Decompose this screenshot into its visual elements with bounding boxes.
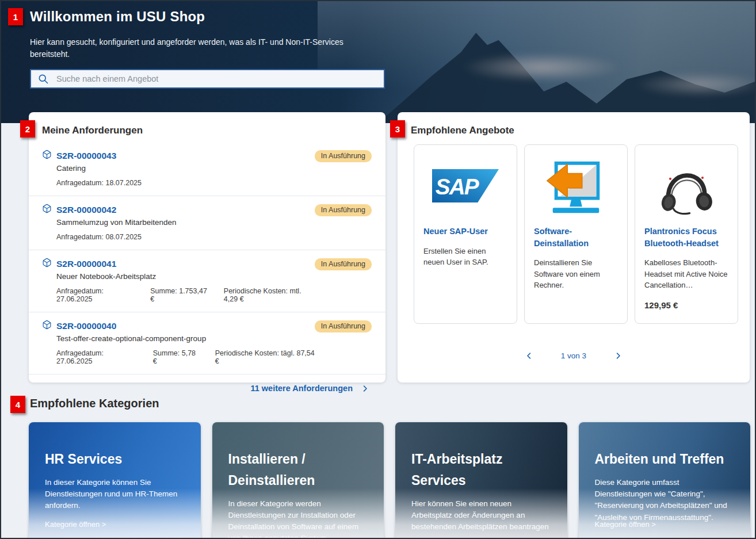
request-sum: Summe: 5,78 € — [153, 349, 199, 365]
search-bar — [30, 69, 385, 89]
recommended-offers-title: Empfohlene Angebote — [411, 125, 736, 136]
request-date: Anfragedatum: 27.06.2025 — [56, 349, 137, 365]
page-title: Willkommen im USU Shop — [30, 9, 755, 25]
status-badge: In Ausführung — [315, 150, 372, 162]
recommended-categories-title: Empfohlene Kategorien — [30, 397, 755, 410]
category-description: Diese Kategorie umfasst Dienstleistungen… — [595, 477, 735, 523]
chevron-right-icon[interactable] — [361, 384, 369, 393]
status-badge: In Ausführung — [315, 204, 372, 216]
more-requests-link[interactable]: 11 weitere Anforderungen — [250, 384, 353, 393]
offer-description: Deinstallieren Sie Software von einem Re… — [534, 257, 618, 291]
offer-card-headset[interactable]: Plantronics Focus Bluetooth-Headset Kabe… — [635, 144, 738, 324]
hero-banner: Willkommen im USU Shop Hier kann gesucht… — [1, 1, 755, 123]
offer-description: Erstellen Sie einen neuen User in SAP. — [423, 246, 507, 268]
recommended-offers-panel: Empfohlene Angebote SAP Neuer SAP-User — [398, 112, 750, 383]
uninstall-monitor-icon — [534, 155, 618, 216]
search-input[interactable] — [30, 69, 385, 89]
annotation-marker-3: 3 — [390, 120, 405, 137]
request-list: S2R-00000043 Catering Anfragedatum: 18.0… — [29, 142, 385, 374]
request-periodic-cost: Periodische Kosten: tägl. 87,54 € — [215, 349, 315, 365]
category-grid: HR Services In dieser Kategorie können S… — [29, 422, 750, 539]
offer-card-software-uninstall[interactable]: Software-Deinstallation Deinstallieren S… — [524, 144, 628, 324]
request-row: S2R-00000042 Sammelumzug von Mitarbeiten… — [29, 196, 385, 250]
request-name: Sammelumzug von Mitarbeitenden — [56, 218, 177, 227]
category-description: In dieser Kategorie werden Dienstleistun… — [228, 498, 368, 539]
request-row: S2R-00000041 Neuer Notebook-Arbeitsplatz… — [29, 250, 385, 312]
request-date: Anfragedatum: 18.07.2025 — [56, 179, 142, 187]
annotation-marker-1: 1 — [8, 8, 23, 25]
svg-text:SAP: SAP — [436, 174, 479, 199]
request-periodic-cost: Periodische Kosten: mtl. 4,29 € — [224, 287, 315, 303]
request-name: Catering — [56, 164, 142, 173]
package-icon — [42, 204, 52, 216]
open-category-link[interactable]: Kategorie öffnen > — [45, 520, 106, 529]
category-card-work-and-meet[interactable]: Arbeiten und Treffen Diese Kategorie umf… — [579, 422, 751, 539]
request-id-link[interactable]: S2R-00000043 — [56, 151, 116, 161]
offers-pagination: 1 von 3 — [398, 350, 750, 361]
chevron-right-icon — [614, 353, 623, 362]
offer-card-sap-user[interactable]: SAP Neuer SAP-User Erstellen Sie einen n… — [414, 144, 517, 324]
my-requests-panel: Meine Anforderungen S2R-00000043 Caterin… — [29, 112, 385, 383]
chevron-left-icon — [525, 353, 533, 362]
annotation-marker-4: 4 — [10, 396, 25, 413]
my-requests-title: Meine Anforderungen — [42, 125, 372, 136]
package-icon — [42, 258, 52, 270]
request-name: Test-offer-create-optional-component-gro… — [56, 334, 315, 343]
annotation-marker-2: 2 — [20, 120, 35, 137]
status-badge: In Ausführung — [315, 258, 372, 270]
requests-footer: 11 weitere Anforderungen — [29, 374, 385, 393]
request-row: S2R-00000040 Test-offer-create-optional-… — [29, 312, 385, 374]
sap-logo: SAP — [423, 155, 507, 216]
page-subtitle: Hier kann gesucht, konfiguriert und ange… — [30, 36, 366, 60]
category-title: HR Services — [45, 449, 185, 470]
pagination-prev-button[interactable] — [524, 350, 534, 361]
category-card-it-workplace[interactable]: IT-Arbeitsplatz Services Hier können Sie… — [395, 422, 567, 539]
request-sum: Summe: 1.753,47 € — [150, 287, 208, 303]
request-id-link[interactable]: S2R-00000040 — [56, 321, 116, 331]
offer-description: Kabelloses Bluetooth-Headset mit Active … — [644, 257, 728, 291]
request-name: Neuer Notebook-Arbeitsplatz — [56, 272, 315, 281]
headset-image — [644, 155, 728, 216]
category-description: Hier können Sie einen neuen Arbeitsplatz… — [411, 498, 551, 533]
status-badge: In Ausführung — [315, 320, 372, 332]
offer-price: 129,95 € — [644, 300, 728, 310]
category-card-install-uninstall[interactable]: Installieren / Deinstallieren In dieser … — [212, 422, 384, 539]
request-id-link[interactable]: S2R-00000042 — [56, 205, 116, 215]
package-icon — [42, 320, 52, 332]
package-icon — [42, 150, 52, 162]
request-row: S2R-00000043 Catering Anfragedatum: 18.0… — [29, 142, 385, 196]
category-title: Arbeiten und Treffen — [595, 449, 735, 470]
pagination-next-button[interactable] — [613, 350, 624, 361]
pagination-status: 1 von 3 — [561, 351, 586, 360]
category-title: IT-Arbeitsplatz Services — [411, 449, 551, 491]
offer-title[interactable]: Neuer SAP-User — [423, 225, 507, 238]
request-date: Anfragedatum: 08.07.2025 — [56, 233, 142, 241]
request-date: Anfragedatum: 27.06.2025 — [56, 287, 134, 303]
offer-title[interactable]: Software-Deinstallation — [534, 225, 618, 249]
offer-title[interactable]: Plantronics Focus Bluetooth-Headset — [644, 225, 728, 249]
category-title: Installieren / Deinstallieren — [228, 449, 368, 491]
category-card-hr-services[interactable]: HR Services In dieser Kategorie können S… — [29, 422, 201, 539]
request-id-link[interactable]: S2R-00000041 — [56, 259, 116, 269]
category-description: In dieser Kategorie können Sie Dienstlei… — [45, 477, 185, 512]
open-category-link[interactable]: Kategorie öffnen > — [595, 520, 656, 529]
